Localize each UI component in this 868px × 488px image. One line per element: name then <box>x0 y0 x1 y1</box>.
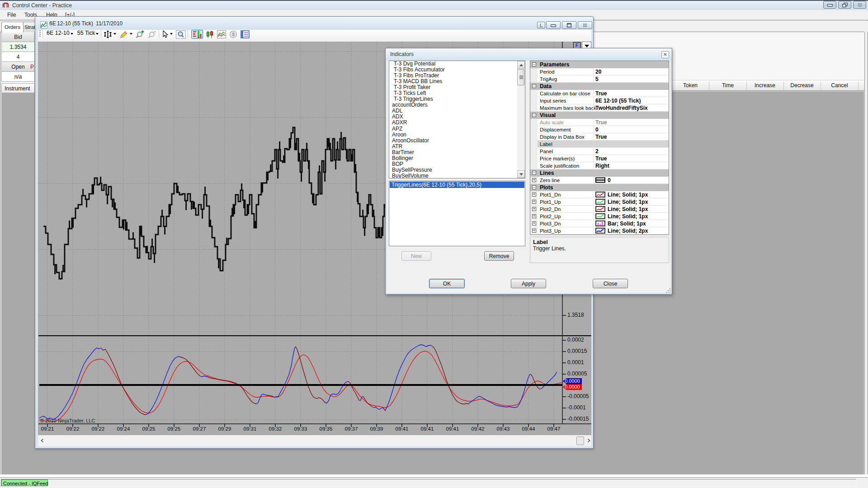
svg-text:$: $ <box>232 32 235 37</box>
svg-text:L: L <box>540 23 542 28</box>
